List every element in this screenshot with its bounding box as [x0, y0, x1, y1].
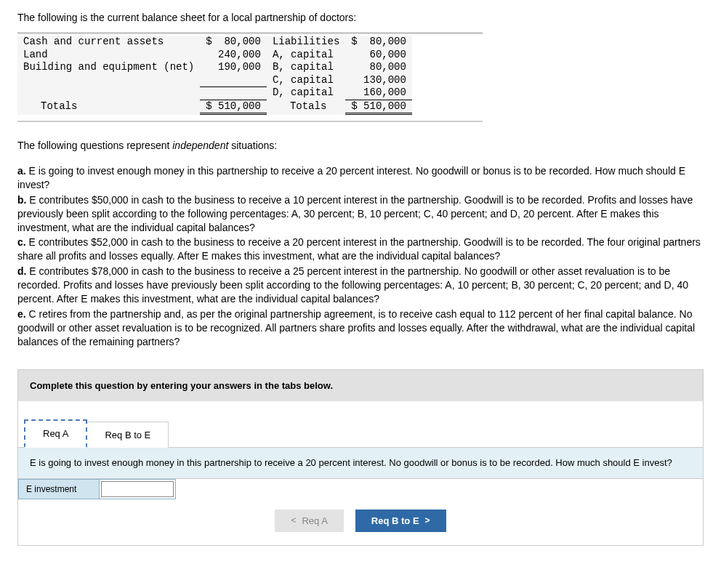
- qi-part-a: The following questions represent: [17, 140, 172, 151]
- prev-req-button[interactable]: < Req A: [275, 510, 343, 532]
- bs-left-value: 190,000: [200, 61, 267, 74]
- q-label-a: a.: [17, 165, 26, 177]
- chevron-left-icon: <: [291, 515, 296, 525]
- q-text-a: E is going to invest enough money in thi…: [17, 165, 685, 190]
- bs-left-value: 240,000: [200, 49, 267, 62]
- q-label-c: c.: [17, 236, 26, 248]
- bs-right-value: 60,000: [345, 49, 412, 62]
- tab-content-prompt: E is going to invest enough money in thi…: [18, 448, 703, 479]
- input-row: E investment: [18, 479, 703, 499]
- tab-req-b-to-e[interactable]: Req B to E: [87, 422, 169, 448]
- bs-left-value: $ 80,000: [200, 36, 267, 49]
- bs-right-value: $ 80,000: [345, 36, 412, 49]
- e-investment-label: E investment: [18, 479, 100, 499]
- q-label-d: d.: [17, 265, 26, 277]
- bs-right-label: A, capital: [267, 49, 345, 62]
- question-list: a. E is going to invest enough money in …: [17, 164, 704, 349]
- tabs-row: Req A Req B to E: [18, 401, 703, 448]
- bs-totals-label: Totals: [17, 100, 200, 114]
- q-text-c: E contributes $52,000 in cash to the bus…: [17, 236, 701, 262]
- bs-left-label: Building and equipment (net): [17, 61, 200, 74]
- qi-part-b: independent: [172, 140, 228, 151]
- questions-intro: The following questions represent indepe…: [17, 140, 704, 151]
- bs-left-label: Cash and current assets: [17, 36, 200, 49]
- nav-buttons: < Req A Req B to E >: [18, 499, 703, 545]
- bs-right-label: D, capital: [267, 86, 345, 100]
- q-text-b: E contributes $50,000 in cash to the bus…: [17, 194, 693, 233]
- qi-part-c: situations:: [228, 140, 277, 151]
- next-req-button[interactable]: Req B to E >: [355, 510, 446, 532]
- bs-right-value: 160,000: [345, 86, 412, 100]
- tab-req-a[interactable]: Req A: [24, 419, 87, 448]
- bs-right-label: Liabilities: [267, 36, 345, 49]
- answer-section: Complete this question by entering your …: [17, 369, 704, 546]
- q-text-e: C retires from the partnership and, as p…: [17, 308, 695, 347]
- bs-top-rule: [17, 32, 483, 34]
- bs-totals-right: $ 510,000: [345, 100, 412, 114]
- complete-prompt: Complete this question by entering your …: [18, 370, 703, 401]
- intro-text: The following is the current balance she…: [17, 12, 704, 23]
- chevron-right-icon: >: [425, 515, 430, 525]
- bs-right-value: 130,000: [345, 74, 412, 87]
- next-label: Req B to E: [371, 515, 419, 526]
- bs-left-label: Land: [17, 49, 200, 62]
- prev-label: Req A: [302, 515, 327, 526]
- bs-right-value: 80,000: [345, 61, 412, 74]
- bs-totals-left: $ 510,000: [200, 100, 267, 114]
- e-investment-input[interactable]: [101, 481, 174, 497]
- q-label-b: b.: [17, 194, 26, 206]
- bs-bottom-rule: [17, 121, 483, 122]
- balance-sheet-table: Cash and current assets $ 80,000 Liabili…: [17, 36, 412, 115]
- bs-right-label: B, capital: [267, 61, 345, 74]
- bs-right-label: C, capital: [267, 74, 345, 87]
- bs-totals-label: Totals: [267, 100, 345, 114]
- e-investment-cell: [100, 479, 176, 499]
- q-label-e: e.: [17, 308, 26, 320]
- q-text-d: E contributes $78,000 in cash to the bus…: [17, 265, 688, 305]
